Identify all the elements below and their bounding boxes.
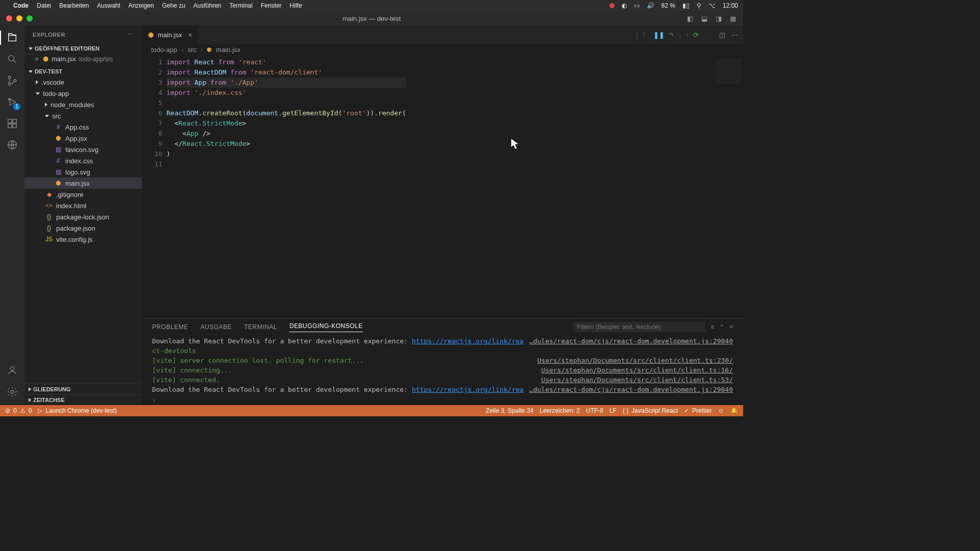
status-errors[interactable]: ⊘0 ⚠0 xyxy=(5,407,32,414)
split-editor-icon[interactable]: ◫ xyxy=(719,31,725,39)
status-bell-icon[interactable]: 🔔 xyxy=(730,407,738,414)
tree-file[interactable]: {}package.json xyxy=(24,222,142,234)
layout-left-icon[interactable]: ◧ xyxy=(685,14,695,22)
drag-handle-icon[interactable]: ⋮⋮ xyxy=(634,31,647,39)
panel-maximize-icon[interactable]: ⌃ xyxy=(719,323,724,331)
menu-fenster[interactable]: Fenster xyxy=(261,2,282,9)
sound-icon[interactable]: 🔊 xyxy=(647,2,654,9)
source-link[interactable]: Users/stephan/Documents/src/client/clien… xyxy=(541,375,733,385)
window-minimize-button[interactable] xyxy=(16,15,22,21)
debug-step-over-icon[interactable]: ↷ xyxy=(669,31,674,39)
display-icon[interactable]: ▭ xyxy=(634,2,640,9)
debug-restart-icon[interactable]: ⟳ xyxy=(693,31,699,39)
wifi-icon[interactable]: ⚲ xyxy=(697,2,701,9)
workspace-header[interactable]: DEV-TEST xyxy=(24,66,142,77)
open-editors-header[interactable]: GEÖFFNETE EDITOREN xyxy=(24,43,142,54)
tree-file[interactable]: ▨favicon.svg xyxy=(24,144,142,155)
activity-settings-icon[interactable] xyxy=(4,384,20,400)
jsx-file-icon: ⬢ xyxy=(207,46,212,53)
panel-tab-debugconsole[interactable]: DEBUGGING-KONSOLE xyxy=(289,322,363,332)
tree-folder-node-modules[interactable]: node_modules xyxy=(24,99,142,110)
spotlight-icon[interactable]: ◐ xyxy=(622,2,627,9)
battery-icon[interactable]: ▮▯ xyxy=(682,2,690,9)
tree-file[interactable]: ▨logo.svg xyxy=(24,166,142,178)
status-cursor-position[interactable]: Zeile 3, Spalte 24 xyxy=(486,407,533,414)
svg-point-0 xyxy=(9,56,14,61)
warning-icon: ⚠ xyxy=(20,407,26,414)
activity-source-control-icon[interactable] xyxy=(4,72,20,89)
app-name[interactable]: Code xyxy=(13,2,29,9)
close-icon[interactable]: × xyxy=(34,55,40,63)
source-link[interactable]: Users/stephan/Documents/src/client/clien… xyxy=(541,365,733,375)
tree-file[interactable]: {}package-lock.json xyxy=(24,211,142,222)
tree-file[interactable]: ◆.gitignore xyxy=(24,189,142,200)
menu-datei[interactable]: Datei xyxy=(37,2,51,9)
menu-anzeigen[interactable]: Anzeigen xyxy=(128,2,154,9)
tree-folder-vscode[interactable]: .vscode xyxy=(24,77,142,88)
tree-file[interactable]: #index.css xyxy=(24,155,142,166)
activity-search-icon[interactable] xyxy=(4,51,20,67)
tree-file-active[interactable]: ⬢main.jsx xyxy=(24,178,142,189)
layout-right-icon[interactable]: ◨ xyxy=(714,14,724,22)
panel-tab-probleme[interactable]: PROBLEME xyxy=(152,323,188,331)
activity-remote-icon[interactable] xyxy=(4,137,20,153)
menu-bearbeiten[interactable]: Bearbeiten xyxy=(59,2,89,9)
debug-console-output[interactable]: Download the React DevTools for a better… xyxy=(142,335,743,395)
debug-pause-icon[interactable]: ❚❚ xyxy=(653,31,665,39)
code-editor[interactable]: 1234567891011 import React from 'react' … xyxy=(142,55,743,318)
debug-step-out-icon[interactable]: ↑ xyxy=(686,31,690,39)
window-maximize-button[interactable] xyxy=(27,15,33,21)
sidebar-more-icon[interactable]: ⋯ xyxy=(127,31,134,38)
clock[interactable]: 12:00 xyxy=(723,2,738,9)
menu-auswahl[interactable]: Auswahl xyxy=(97,2,120,9)
source-link[interactable]: Users/stephan/Documents/src/client/clien… xyxy=(537,356,733,365)
activity-extensions-icon[interactable] xyxy=(4,115,20,132)
tree-folder-todo-app[interactable]: todo-app xyxy=(24,88,142,99)
menu-gehe-zu[interactable]: Gehe zu xyxy=(162,2,185,9)
zeitachse-header[interactable]: ZEITACHSE xyxy=(24,394,142,405)
tree-file[interactable]: JSvite.config.js xyxy=(24,234,142,245)
editor-tab[interactable]: ⬢ main.jsx × xyxy=(142,26,199,44)
status-language[interactable]: { }JavaScript React xyxy=(623,407,678,414)
menu-hilfe[interactable]: Hilfe xyxy=(290,2,302,9)
minimap[interactable] xyxy=(716,58,741,84)
status-prettier[interactable]: ✓Prettier xyxy=(684,407,712,414)
window-close-button[interactable] xyxy=(6,15,12,21)
debug-step-into-icon[interactable]: ↓ xyxy=(678,31,682,39)
source-link[interactable]: …dules/react-dom/cjs/react-dom.developme… xyxy=(529,385,733,394)
tree-file[interactable]: #App.css xyxy=(24,121,142,133)
tree-file[interactable]: <>index.html xyxy=(24,200,142,211)
panel-tab-terminal[interactable]: TERMINAL xyxy=(244,323,277,331)
filter-input[interactable] xyxy=(573,322,705,332)
filter-settings-icon[interactable]: ≡ xyxy=(710,323,714,331)
activity-run-debug-icon[interactable]: 1 xyxy=(4,94,20,110)
panel-tab-ausgabe[interactable]: AUSGABE xyxy=(201,323,232,331)
source-link[interactable]: …dules/react-dom/cjs/react-dom.developme… xyxy=(529,336,733,346)
jsx-file-icon: ⬢ xyxy=(43,55,48,63)
activity-account-icon[interactable] xyxy=(4,362,20,379)
menu-ausfuehren[interactable]: Ausführen xyxy=(193,2,222,9)
panel-close-icon[interactable]: × xyxy=(729,323,733,331)
tree-file[interactable]: ⬢App.jsx xyxy=(24,133,142,144)
open-editor-item[interactable]: × ⬢ main.jsx todo-app/src xyxy=(24,54,142,64)
control-center-icon[interactable]: ⌥ xyxy=(708,2,716,9)
gliederung-header[interactable]: GLIEDERUNG xyxy=(24,384,142,394)
debug-console-prompt[interactable]: › xyxy=(142,395,743,405)
debug-badge: 1 xyxy=(13,103,20,110)
recording-indicator-icon[interactable] xyxy=(609,3,615,8)
status-eol[interactable]: LF xyxy=(609,407,617,414)
more-actions-icon[interactable]: ⋯ xyxy=(731,31,738,39)
svg-rect-6 xyxy=(13,119,16,123)
breadcrumbs[interactable]: todo-app› src› ⬢ main.jsx xyxy=(142,44,743,55)
status-launch-config[interactable]: ▷ Launch Chrome (dev-test) xyxy=(38,407,116,414)
activity-explorer-icon[interactable] xyxy=(4,30,20,46)
menu-terminal[interactable]: Terminal xyxy=(230,2,253,9)
status-feedback-icon[interactable]: ☺ xyxy=(718,407,724,414)
battery-percent[interactable]: 82 % xyxy=(662,2,675,9)
layout-bottom-icon[interactable]: ⬓ xyxy=(699,14,709,22)
close-icon[interactable]: × xyxy=(188,31,192,39)
layout-grid-icon[interactable]: ▦ xyxy=(728,14,738,22)
status-indentation[interactable]: Leerzeichen: 2 xyxy=(540,407,580,414)
status-encoding[interactable]: UTF-8 xyxy=(586,407,603,414)
tree-folder-src[interactable]: src xyxy=(24,110,142,121)
